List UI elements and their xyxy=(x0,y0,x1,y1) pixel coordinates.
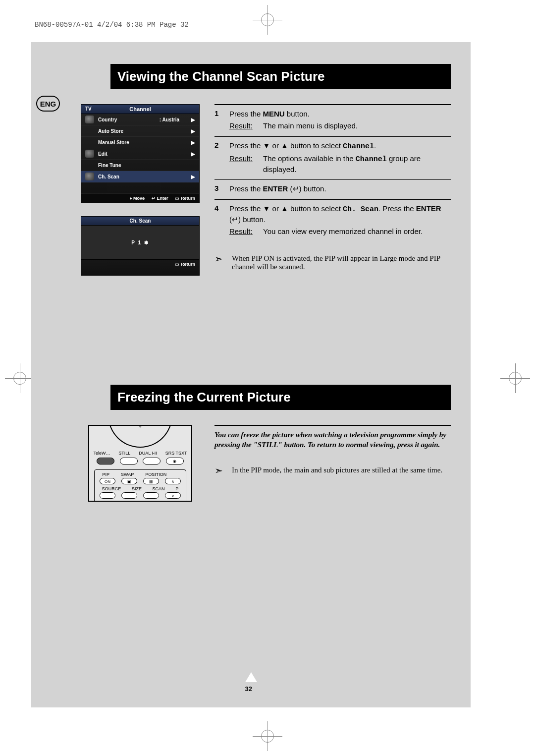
step-text: . Press the xyxy=(378,204,416,213)
result-label: Result: xyxy=(229,121,258,131)
step-number: 1 xyxy=(214,109,229,131)
step-text-mono: Channel xyxy=(343,142,374,151)
remote-button: ∨ xyxy=(165,492,181,499)
remote-label: POSITION xyxy=(145,472,166,477)
osd2-return: ▭ Return xyxy=(81,260,199,269)
osd-foot-move: ♦ Move xyxy=(130,196,145,201)
step-number: 3 xyxy=(214,184,229,194)
steps-list: 1 Press the MENU button. Result:The main… xyxy=(214,104,451,241)
page-sheet: ENG Viewing the Channel Scan Picture TV … xyxy=(31,42,471,707)
remote-label: SCAN xyxy=(153,486,165,491)
note-text: When PIP ON is activated, the PIP will a… xyxy=(232,254,451,271)
osd2-body: P 1 ✽ xyxy=(81,225,199,260)
osd-foot-enter: ↵ Enter xyxy=(152,196,168,201)
osd-foot-return: ▭ Return xyxy=(175,196,195,201)
osd-row-label: Manual Store xyxy=(98,140,191,145)
step-text: (↵) button. xyxy=(229,215,266,224)
remote-button: ▦ xyxy=(143,478,159,484)
page-number-text: 32 xyxy=(245,685,252,693)
osd-row-label: Ch. Scan xyxy=(98,174,191,179)
step-text: Press the xyxy=(229,184,263,193)
osd-icon xyxy=(85,116,94,123)
step-text: Press the xyxy=(229,110,263,118)
registration-mark-top xyxy=(258,10,277,30)
step-text: Press the ▼ or ▲ button to select xyxy=(229,141,343,150)
language-badge: ENG xyxy=(36,96,60,112)
remote-label: PIP xyxy=(103,472,110,477)
print-header: BN68-00597A-01 4/2/04 6:38 PM Page 32 xyxy=(35,21,189,29)
remote-button: ◉ xyxy=(166,458,184,465)
arrow-right-icon: ▶ xyxy=(191,140,195,145)
remote-label: SRS TSXT xyxy=(165,451,187,456)
step-text-bold: ENTER xyxy=(263,184,288,193)
step-text-bold: ENTER xyxy=(416,204,441,213)
page-number: 32 xyxy=(245,672,257,693)
osd-row-label: Auto Store xyxy=(98,128,191,134)
remote-label: SOURCE xyxy=(102,486,121,491)
note-arrow-icon: ➣ xyxy=(214,254,223,271)
remote-label: STILL xyxy=(118,451,130,456)
registration-mark-bottom xyxy=(258,726,277,746)
osd-row-value: : Austria xyxy=(160,117,179,122)
step-3: 3 Press the ENTER (↵) button. xyxy=(214,180,451,199)
osd-ch-scan: Ch. Scan P 1 ✽ ▭ Return xyxy=(81,216,200,276)
step-number: 2 xyxy=(214,141,229,175)
step-text-bold: MENU xyxy=(263,110,285,118)
remote-label: SIZE xyxy=(132,486,142,491)
section2-title: Freezing the Current Picture xyxy=(110,385,451,410)
result-text: The main menu is displayed. xyxy=(263,121,358,131)
osd-icon xyxy=(85,150,94,158)
remote-button-pip-on: ON xyxy=(100,478,115,484)
remote-button xyxy=(143,458,160,465)
osd2-title: Ch. Scan xyxy=(81,217,199,225)
osd-icon xyxy=(85,173,94,180)
arrow-right-icon: ▶ xyxy=(191,151,195,157)
step-number: 4 xyxy=(214,204,229,237)
arrow-right-icon: ▶ xyxy=(191,128,195,134)
remote-label: P xyxy=(175,486,178,491)
step-text: Press the ▼ or ▲ button to select xyxy=(229,204,343,213)
result-label: Result: xyxy=(229,227,258,236)
osd-row-label: Fine Tune xyxy=(98,163,195,168)
note-arrow-icon: ➣ xyxy=(214,466,223,475)
remote-button: ∧ xyxy=(165,478,181,484)
step-text: . xyxy=(374,141,376,150)
note-text: In the PIP mode, the main and sub pictur… xyxy=(232,466,442,475)
osd-row-label: Country xyxy=(98,117,160,122)
step-4: 4 Press the ▼ or ▲ button to select Ch. … xyxy=(214,200,451,242)
section2-note: ➣ In the PIP mode, the main and sub pict… xyxy=(214,466,451,475)
osd-header: Channel xyxy=(129,106,151,112)
step-text: (↵) button. xyxy=(288,184,326,193)
remote-label: SWAP xyxy=(121,472,134,477)
osd-channel-menu: TV Channel Country: Austria▶ Auto Store▶… xyxy=(81,104,200,203)
remote-button xyxy=(121,492,137,499)
result-label: Result: xyxy=(229,154,258,175)
remote-label: TeleW… xyxy=(93,451,110,456)
remote-button xyxy=(97,458,114,465)
step-1: 1 Press the MENU button. Result:The main… xyxy=(214,104,451,137)
remote-label: DUAL I-II xyxy=(139,451,157,456)
remote-button xyxy=(143,492,159,499)
osd-tv-label: TV xyxy=(85,106,92,112)
section1-note: ➣ When PIP ON is activated, the PIP will… xyxy=(214,254,451,271)
arrow-right-icon: ▶ xyxy=(191,117,195,122)
result-text: You can view every memorized channel in … xyxy=(263,227,423,236)
section2-divider xyxy=(214,425,451,426)
step-text: button. xyxy=(285,110,310,118)
step-2: 2 Press the ▼ or ▲ button to select Chan… xyxy=(214,137,451,180)
remote-dpad xyxy=(108,425,172,448)
registration-mark-left xyxy=(10,368,30,388)
section2-intro: You can freeze the picture when watching… xyxy=(214,430,451,450)
registration-mark-right xyxy=(505,368,525,388)
section1-title: Viewing the Channel Scan Picture xyxy=(110,64,451,89)
osd-row-label: Edit xyxy=(98,151,191,157)
arrow-right-icon: ▶ xyxy=(191,174,195,179)
remote-button: ▣ xyxy=(121,478,137,484)
remote-illustration: TeleW… STILL DUAL I-II SRS TSXT ◉ PIP SW… xyxy=(88,425,192,502)
remote-button-still xyxy=(120,458,138,465)
step-text-mono: Ch. Scan xyxy=(343,205,378,214)
page-triangle-icon xyxy=(245,672,257,682)
result-text: The options available in the Channel gro… xyxy=(263,154,451,175)
remote-button xyxy=(100,492,115,499)
